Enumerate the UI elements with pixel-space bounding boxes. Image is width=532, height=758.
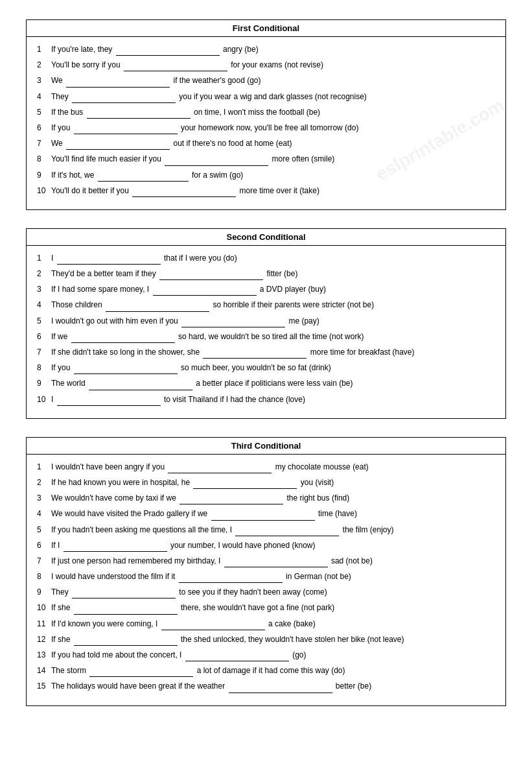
second-conditional-section: Second Conditional 1 I that if I were yo… xyxy=(26,228,506,419)
list-item: 3 We wouldn't have come by taxi if we th… xyxy=(37,492,495,504)
blank xyxy=(179,582,283,583)
list-item: 7 If just one person had remembered my b… xyxy=(37,555,495,567)
blank xyxy=(89,676,193,677)
blank xyxy=(74,645,178,646)
second-conditional-title: Second Conditional xyxy=(27,229,505,246)
blank xyxy=(229,693,332,693)
blank xyxy=(153,295,257,296)
list-item: 11 If I'd known you were coming, I a cak… xyxy=(37,618,495,630)
worksheet: First Conditional 1 If you're late, they… xyxy=(26,19,506,706)
first-conditional-body: 1 If you're late, they angry (be) 2 You'… xyxy=(27,37,505,209)
blank xyxy=(235,536,339,536)
list-item: 7 We out if there's no food at home (eat… xyxy=(37,137,495,150)
list-item: 1 If you're late, they angry (be) xyxy=(37,43,495,56)
blank xyxy=(193,488,297,489)
blank xyxy=(224,567,328,567)
list-item: 6 If I your number, I would have phoned … xyxy=(37,539,495,552)
list-item: 6 If we so hard, we wouldn't be so tired… xyxy=(37,331,495,343)
blank xyxy=(57,264,161,265)
list-item: 14 The storm a lot of damage if it had c… xyxy=(37,665,495,677)
blank xyxy=(168,473,272,473)
list-item: 9 They to see you if they hadn't been aw… xyxy=(37,586,495,598)
list-item: 4 We would have visited the Prado galler… xyxy=(37,508,495,520)
blank xyxy=(66,87,170,88)
list-item: 5 If you hadn't been asking me questions… xyxy=(37,524,495,536)
list-item: 2 You'll be sorry if you for your exams … xyxy=(37,59,495,71)
list-item: 4 Those children so horrible if their pa… xyxy=(37,299,495,311)
blank xyxy=(179,504,283,504)
list-item: 5 If the bus on time, I won't miss the f… xyxy=(37,106,495,119)
list-item: 9 If it's hot, we for a swim (go) xyxy=(37,169,495,182)
blank xyxy=(181,327,285,327)
list-item: 3 We if the weather's good (go) xyxy=(37,75,495,87)
list-item: 15 The holidays would have been great if… xyxy=(37,680,495,693)
blank xyxy=(64,551,167,552)
blank xyxy=(71,342,175,343)
list-item: 5 I wouldn't go out with him even if you… xyxy=(37,315,495,327)
blank xyxy=(98,181,189,182)
list-item: 3 If I had some spare money, I a DVD pla… xyxy=(37,283,495,296)
list-item: 4 They you if you wear a wig and dark gl… xyxy=(37,91,495,103)
list-item: 9 The world a better place if politician… xyxy=(37,377,495,390)
list-item: 2 They'd be a better team if they fitter… xyxy=(37,268,495,280)
blank xyxy=(66,149,170,150)
blank xyxy=(124,71,227,71)
list-item: 8 I would have understood the film if it… xyxy=(37,571,495,583)
blank xyxy=(211,520,315,521)
blank xyxy=(165,165,268,166)
blank xyxy=(132,196,236,197)
list-item: 10 You'll do it better if you more time … xyxy=(37,185,495,197)
list-item: 7 If she didn't take so long in the show… xyxy=(37,346,495,359)
third-conditional-section: Third Conditional 1 I wouldn't have been… xyxy=(26,437,506,706)
blank xyxy=(203,358,306,359)
list-item: 12 If she the shed unlocked, they wouldn… xyxy=(37,634,495,646)
blank xyxy=(72,598,176,598)
blank xyxy=(72,102,176,103)
list-item: 10 If she there, she wouldn't have got a… xyxy=(37,602,495,614)
blank xyxy=(57,405,161,406)
blank xyxy=(74,134,178,134)
blank xyxy=(116,55,220,56)
blank xyxy=(161,630,265,630)
third-conditional-body: 1 I wouldn't have been angry if you my c… xyxy=(27,455,505,705)
list-item: 6 If you your homework now, you'll be fr… xyxy=(37,122,495,134)
list-item: 1 I that if I were you (do) xyxy=(37,252,495,265)
blank xyxy=(74,614,178,615)
blank xyxy=(185,661,289,661)
blank xyxy=(74,373,178,374)
list-item: 1 I wouldn't have been angry if you my c… xyxy=(37,461,495,473)
list-item: 2 If he had known you were in hospital, … xyxy=(37,477,495,489)
blank xyxy=(106,311,209,312)
first-conditional-title: First Conditional xyxy=(27,20,505,37)
second-conditional-body: 1 I that if I were you (do) 2 They'd be … xyxy=(27,246,505,418)
list-item: 8 You'll find life much easier if you mo… xyxy=(37,153,495,165)
first-conditional-section: First Conditional 1 If you're late, they… xyxy=(26,19,506,210)
third-conditional-title: Third Conditional xyxy=(27,438,505,455)
list-item: 13 If you had told me about the concert,… xyxy=(37,649,495,661)
blank xyxy=(89,390,192,390)
blank xyxy=(87,118,191,119)
blank xyxy=(159,279,263,280)
list-item: 8 If you so much beer, you wouldn't be s… xyxy=(37,362,495,374)
list-item: 10 I to visit Thailand if I had the chan… xyxy=(37,394,495,406)
